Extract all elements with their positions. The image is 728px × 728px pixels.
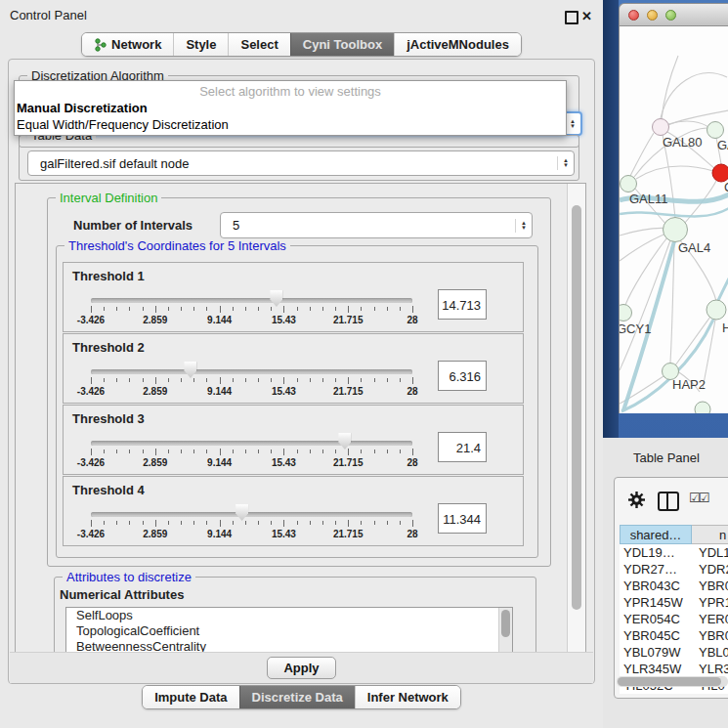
tick-label: 28 (407, 386, 417, 397)
tick-mark (104, 307, 105, 311)
tick-label: 2.859 (143, 386, 167, 397)
tick-mark (155, 377, 156, 384)
tab-label: jActiveMNodules (407, 37, 509, 52)
tick-mark (206, 521, 207, 525)
settings-scrollbar[interactable] (567, 184, 586, 653)
checkbox-columns-icon[interactable]: ☑☑ (689, 491, 707, 505)
tick-label: 21.715 (333, 315, 364, 325)
num-intervals-combobox[interactable]: 5 ▲▼ (220, 212, 533, 238)
tick-mark (143, 378, 144, 382)
network-canvas[interactable]: GAL80 GA C GAL11 GAL4 GCY1 H HAP2 (619, 26, 728, 413)
cell-shared-name: YDL19… (620, 544, 692, 561)
num-intervals-value: 5 (221, 218, 515, 233)
tab-label: Infer Network (367, 690, 449, 705)
tick-label: 9.144 (207, 315, 232, 325)
node-bottom[interactable] (695, 402, 710, 413)
threshold-3-value-field[interactable]: 21.4 (438, 432, 487, 462)
cell-name: YBR0 (692, 627, 728, 644)
close-icon[interactable]: ✕ (581, 9, 593, 22)
tick-mark (116, 521, 117, 525)
table-row[interactable]: YPR145WYPR1 (620, 594, 728, 611)
tab-label: Select (240, 37, 278, 52)
zoom-traffic-light[interactable] (665, 10, 676, 21)
tab-network[interactable]: Network (82, 33, 173, 56)
dropdown-option-manual[interactable]: Manual Discretization (15, 100, 566, 116)
table-row[interactable]: YBR045CYBR0 (620, 627, 728, 644)
tab-style[interactable]: Style (173, 33, 228, 56)
node-label: GAL80 (663, 135, 702, 150)
tick-mark (245, 307, 246, 311)
tick-mark (335, 378, 336, 382)
tab-impute-data[interactable]: Impute Data (143, 686, 238, 708)
column-layout-icon[interactable] (658, 492, 679, 511)
node-gcy1[interactable] (620, 305, 632, 321)
tab-jactivemnodules[interactable]: jActiveMNodules (394, 33, 521, 56)
tick-mark (335, 450, 336, 453)
network-window-titlebar[interactable] (619, 3, 728, 26)
tick-mark (271, 450, 272, 453)
node-gal80[interactable] (653, 119, 669, 136)
tab-cyni-toolbox[interactable]: Cyni Toolbox (290, 33, 394, 56)
tick-mark (168, 521, 169, 525)
node-gal4[interactable] (664, 218, 688, 242)
cell-shared-name: YPR145W (620, 594, 692, 611)
stepper-arrows-icon: ▲▼ (557, 156, 574, 170)
threshold-4-slider-track[interactable] (91, 512, 412, 517)
threshold-2-value-field[interactable]: 6.316 (438, 361, 487, 391)
settings-scroll-panel: Interval Definition Number of Intervals … (15, 183, 586, 654)
threshold-1-value-field[interactable]: 14.713 (438, 289, 487, 320)
list-scrollbar[interactable] (498, 608, 512, 654)
threshold-2-slider-track[interactable] (91, 369, 412, 374)
tick-mark (400, 378, 401, 382)
tick-label: 21.715 (333, 529, 364, 539)
tick-label: 15.43 (272, 529, 296, 539)
threshold-1-slider-track[interactable] (91, 298, 412, 303)
tick-mark (400, 307, 401, 311)
threshold-4-value-field[interactable]: 11.344 (438, 503, 487, 534)
tick-mark (193, 378, 194, 382)
table-row[interactable]: YBL079WYBL0 (620, 644, 728, 661)
interval-definition-title: Interval Definition (56, 191, 161, 205)
node-h[interactable] (707, 300, 726, 320)
attribute-list-item[interactable]: SelfLoops (66, 608, 512, 623)
node-label: H (722, 321, 728, 335)
node-label: HAP2 (672, 377, 706, 392)
gear-icon[interactable] (627, 491, 646, 509)
table-row[interactable]: YBR043CYBR0 (620, 578, 728, 594)
table-hscrollbar[interactable] (617, 676, 728, 687)
threshold-3-slider-track[interactable] (91, 441, 412, 446)
tick-mark (258, 378, 259, 382)
column-header-shared-name[interactable]: shared… (620, 525, 692, 544)
threshold-1-slider-handle[interactable] (270, 290, 282, 307)
list-scrollbar-thumb[interactable] (501, 610, 510, 637)
dropdown-option-equal-width[interactable]: Equal Width/Frequency Discretization (15, 116, 566, 133)
close-traffic-light[interactable] (628, 10, 639, 21)
table-row[interactable]: YER054CYER0 (620, 611, 728, 627)
float-window-icon[interactable] (565, 11, 578, 24)
attribute-list-item[interactable]: TopologicalCoefficient (66, 623, 512, 639)
table-hscrollbar-thumb[interactable] (618, 677, 721, 686)
minimize-traffic-light[interactable] (647, 10, 658, 21)
table-row[interactable]: YDR27…YDR2 (620, 561, 728, 578)
apply-button[interactable]: Apply (267, 657, 335, 679)
node-ga[interactable] (707, 122, 724, 139)
column-header-name[interactable]: n (692, 525, 728, 544)
tab-infer-network[interactable]: Infer Network (355, 686, 460, 708)
tick-mark (348, 377, 349, 384)
table-row[interactable]: YDL19…YDL1 (620, 544, 728, 561)
node-gal11[interactable] (621, 176, 637, 193)
settings-scrollbar-thumb[interactable] (572, 205, 581, 610)
cell-name: YDR2 (692, 561, 728, 578)
table-panel-title: Table Panel (633, 450, 700, 465)
tick-mark (374, 378, 375, 382)
tick-mark (91, 449, 92, 455)
threshold-3-slider-handle[interactable] (338, 433, 351, 450)
tick-mark (374, 307, 375, 311)
threshold-4-slider-handle[interactable] (236, 504, 248, 521)
tab-select[interactable]: Select (228, 33, 289, 56)
table-row[interactable]: YLR345WYLR3 (620, 661, 728, 677)
table-data-combobox[interactable]: galFiltered.sif default node ▲▼ (27, 150, 575, 176)
attributes-list[interactable]: SelfLoopsTopologicalCoefficientBetweenne… (65, 607, 513, 654)
threshold-2-slider-handle[interactable] (184, 362, 196, 378)
tab-discretize-data[interactable]: Discretize Data (239, 686, 355, 708)
